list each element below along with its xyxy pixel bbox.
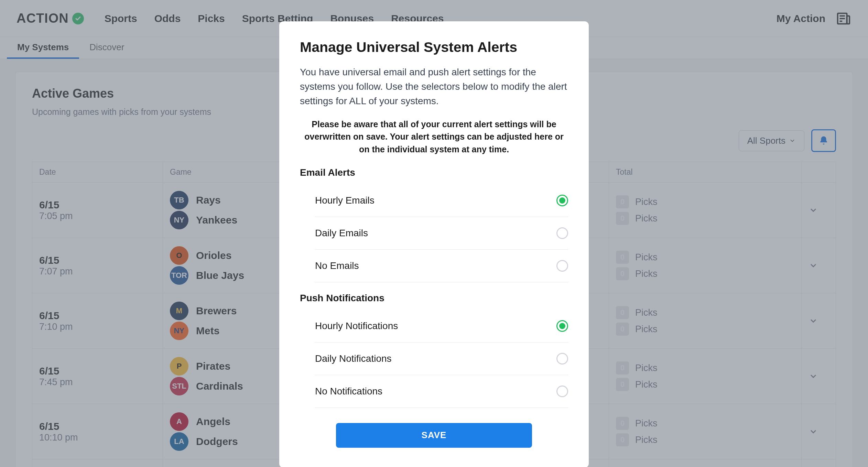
save-button[interactable]: SAVE	[336, 423, 532, 448]
radio-icon	[556, 320, 568, 332]
option-label: Daily Notifications	[315, 353, 392, 364]
radio-icon	[556, 260, 568, 272]
email-section-label: Email Alerts	[300, 167, 568, 178]
push-alert-option[interactable]: Hourly Notifications	[315, 310, 568, 343]
radio-icon	[556, 227, 568, 239]
email-alert-option[interactable]: Hourly Emails	[315, 184, 568, 217]
push-section-label: Push Notifications	[300, 293, 568, 304]
modal-description: You have universal email and push alert …	[300, 65, 568, 108]
option-label: No Emails	[315, 260, 359, 271]
modal-warning: Please be aware that all of your current…	[300, 118, 568, 155]
email-alert-option[interactable]: Daily Emails	[315, 217, 568, 250]
email-alert-option[interactable]: No Emails	[315, 250, 568, 282]
radio-icon	[556, 195, 568, 206]
push-alert-option[interactable]: No Notifications	[315, 375, 568, 408]
option-label: Daily Emails	[315, 228, 368, 239]
option-label: No Notifications	[315, 386, 382, 397]
alerts-modal: Manage Universal System Alerts You have …	[279, 21, 589, 467]
radio-icon	[556, 353, 568, 365]
push-alert-option[interactable]: Daily Notifications	[315, 343, 568, 375]
option-label: Hourly Emails	[315, 195, 375, 206]
modal-title: Manage Universal System Alerts	[300, 39, 568, 55]
modal-overlay[interactable]: Manage Universal System Alerts You have …	[0, 0, 868, 467]
option-label: Hourly Notifications	[315, 321, 398, 332]
radio-icon	[556, 385, 568, 397]
